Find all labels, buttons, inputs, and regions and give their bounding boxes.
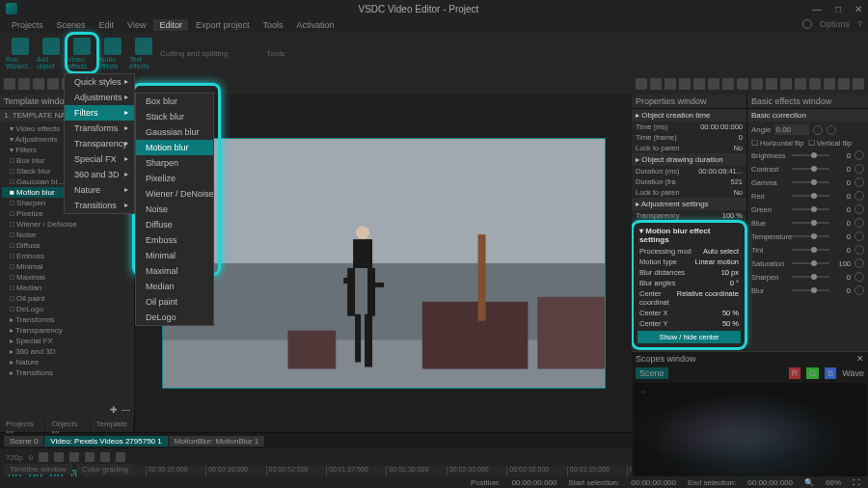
- rotate-cw-icon[interactable]: [827, 125, 836, 135]
- menu-tools[interactable]: Tools: [257, 19, 288, 31]
- prev-frame-icon[interactable]: [54, 452, 64, 462]
- scope-r-button[interactable]: R: [789, 367, 801, 379]
- mb-row[interactable]: Center coordinatRelative coordinate: [636, 288, 743, 308]
- tool-icon[interactable]: [780, 78, 792, 90]
- hflip-checkbox[interactable]: ☐: [751, 139, 758, 148]
- remove-icon[interactable]: —: [122, 405, 130, 417]
- audio-effects-button[interactable]: Audio effects: [98, 35, 127, 71]
- play-icon[interactable]: [69, 452, 79, 462]
- angle-input[interactable]: [774, 124, 809, 135]
- tool-icon[interactable]: [693, 78, 705, 90]
- tool-icon[interactable]: [4, 78, 15, 90]
- scope-arrow-icon[interactable]: →: [637, 387, 646, 396]
- minimize-button[interactable]: —: [812, 4, 822, 14]
- text-effects-button[interactable]: Text effects: [129, 35, 158, 71]
- options-label[interactable]: Options: [820, 19, 850, 29]
- tool-icon[interactable]: [795, 78, 806, 90]
- slider-blue[interactable]: Blue0: [747, 216, 868, 230]
- tree-item[interactable]: □ Noise: [2, 230, 132, 240]
- tree-item[interactable]: □ Wiener / DeNoise: [2, 219, 132, 230]
- menu-editor[interactable]: Editor: [153, 19, 188, 31]
- submenu-item[interactable]: Box blur: [136, 94, 213, 109]
- reset-icon[interactable]: [854, 272, 864, 282]
- submenu-item[interactable]: Maximal: [136, 263, 213, 279]
- reset-icon[interactable]: [854, 177, 864, 187]
- tool-icon[interactable]: [838, 78, 850, 90]
- submenu-item[interactable]: Oil paint: [136, 294, 213, 310]
- play-start-icon[interactable]: [39, 452, 48, 462]
- menu-item[interactable]: Special FX: [65, 151, 134, 167]
- mb-row[interactable]: Blur angles0 °: [636, 278, 743, 288]
- tool-icon[interactable]: [722, 78, 734, 90]
- tool-icon[interactable]: [33, 78, 44, 90]
- video-preview[interactable]: [162, 138, 606, 389]
- play-end-icon[interactable]: [116, 452, 125, 462]
- tree-item[interactable]: □ Median: [2, 283, 132, 293]
- slider-blur[interactable]: Blur0: [747, 284, 868, 297]
- run-wizard-button[interactable]: Run Wizard...: [6, 35, 35, 71]
- tool-icon[interactable]: [766, 78, 777, 90]
- menu-item[interactable]: 360 and 3D: [65, 167, 134, 182]
- tool-icon[interactable]: [737, 78, 748, 90]
- prop-row[interactable]: Duration (fra521: [632, 176, 746, 187]
- prop-section[interactable]: ▸ Object creation time: [632, 109, 746, 122]
- tab-template[interactable]: Template ...: [91, 419, 133, 432]
- tool-icon[interactable]: [47, 78, 59, 90]
- submenu-item[interactable]: Sharpen: [136, 155, 213, 171]
- maximize-button[interactable]: □: [835, 4, 841, 14]
- tab-projects[interactable]: Projects ex...: [0, 419, 44, 432]
- scope-wave-button[interactable]: Wave: [842, 368, 864, 378]
- vflip-checkbox[interactable]: ☐: [808, 139, 815, 148]
- expand-icon[interactable]: ⛶: [853, 478, 860, 487]
- next-frame-icon[interactable]: [100, 452, 110, 462]
- reset-icon[interactable]: [854, 245, 864, 255]
- slider-temperature[interactable]: Temperature0: [747, 230, 868, 243]
- scope-b-button[interactable]: B: [825, 367, 836, 379]
- tab-scene[interactable]: Scene 0: [4, 436, 43, 447]
- prop-section[interactable]: ▸ Adjustment settings: [632, 198, 746, 210]
- tree-item[interactable]: ▸ Transparency: [2, 325, 132, 336]
- menu-item[interactable]: Adjustments: [65, 90, 134, 105]
- reset-icon[interactable]: [854, 191, 864, 201]
- menu-export[interactable]: Export project: [190, 19, 256, 31]
- prop-row[interactable]: Time (ms)00:00:00:000: [632, 122, 746, 132]
- add-icon[interactable]: ✚: [110, 405, 118, 417]
- tool-icon[interactable]: [809, 78, 821, 90]
- tab-color-grading[interactable]: Color grading: [76, 464, 134, 474]
- tree-item[interactable]: □ Emboss: [2, 251, 132, 261]
- help-icon[interactable]: ?: [857, 19, 862, 29]
- prop-row[interactable]: Duration (ms)00:00:08:41...: [632, 166, 746, 176]
- settings-icon[interactable]: [802, 19, 812, 29]
- reset-icon[interactable]: [854, 218, 864, 228]
- tree-item[interactable]: □ Oil paint: [2, 293, 132, 304]
- reset-icon[interactable]: [854, 204, 864, 214]
- prop-row[interactable]: Lock to parenNo: [632, 143, 746, 153]
- tree-item[interactable]: ▸ Transitions: [2, 367, 132, 378]
- submenu-item[interactable]: Wiener / DeNoise: [136, 186, 213, 202]
- tree-item[interactable]: ▸ 360 and 3D: [2, 346, 132, 357]
- tree-item[interactable]: □ DeLogo: [2, 304, 132, 314]
- reset-icon[interactable]: [854, 231, 864, 241]
- mb-row[interactable]: Processing modAuto select: [636, 246, 743, 257]
- menu-item[interactable]: Transparency: [65, 136, 134, 151]
- menu-edit[interactable]: Edit: [94, 19, 121, 31]
- menu-scenes[interactable]: Scenes: [51, 19, 92, 31]
- scopes-mode-select[interactable]: Scene: [636, 367, 668, 379]
- rotate-ccw-icon[interactable]: [813, 125, 823, 135]
- prop-row[interactable]: Transparency100 %: [632, 210, 746, 221]
- tool-icon[interactable]: [650, 78, 662, 90]
- slider-red[interactable]: Red0: [747, 189, 868, 203]
- submenu-item[interactable]: Stack blur: [136, 109, 213, 124]
- reset-icon[interactable]: [854, 258, 864, 268]
- submenu-item[interactable]: Motion blur: [136, 140, 213, 155]
- submenu-item[interactable]: Gaussian blur: [136, 124, 213, 140]
- scopes-close-icon[interactable]: ✕: [856, 354, 864, 364]
- slider-tint[interactable]: Tint0: [747, 243, 868, 257]
- menu-item[interactable]: Transforms: [65, 121, 134, 136]
- slider-brightness[interactable]: Brightness0: [747, 149, 868, 162]
- slider-gamma[interactable]: Gamma0: [747, 176, 868, 189]
- menu-item[interactable]: Filters: [65, 105, 134, 121]
- menu-view[interactable]: View: [122, 19, 151, 31]
- tool-icon[interactable]: [636, 78, 647, 90]
- scope-g-button[interactable]: G: [806, 367, 819, 379]
